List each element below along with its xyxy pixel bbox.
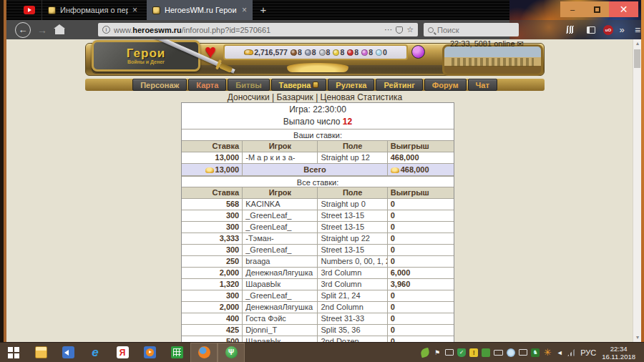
nav-item-ruletka[interactable]: Рулетка [328,79,374,91]
taskbar-app-explorer[interactable] [27,343,54,362]
bet-row: 13,000-М а р к и з а-Straight up 12468,0… [182,152,454,164]
page-actions-icon[interactable]: ⋯ [384,25,392,34]
pinned-tab-youtube[interactable] [17,4,42,16]
nav-item-bitvy[interactable]: Битвы [228,79,269,91]
nav-item-personazh[interactable]: Персонаж [132,79,187,91]
nav-item-chat[interactable]: Чат [468,79,497,91]
url-bar[interactable]: i www.heroeswm.ru/inforoul.php?id=257066… [98,23,418,36]
tray-display2-icon[interactable] [519,349,527,356]
bet-field: Straight up 0 [318,199,387,210]
close-button[interactable]: ✕ [609,1,638,17]
taskbar-app-wireless[interactable]: Ψ [218,343,245,362]
close-tab-icon[interactable]: × [242,5,247,15]
mana-orb-icon[interactable] [411,45,425,59]
taskbar-app-start[interactable] [0,343,27,362]
bet-player: ШаравЫк [243,336,318,343]
nav-item-forum[interactable]: Форум [424,79,467,91]
all-bets-table: Ставка Игрок Поле Выигрыш 568KACINKAStra… [182,187,454,342]
pocket-icon[interactable] [396,26,403,34]
col-player: Игрок [243,141,318,152]
overflow-button[interactable]: » [615,20,629,39]
taskbar-app-volume[interactable] [54,343,82,362]
bet-stake: 13,000 [182,152,243,164]
nav-item-karta[interactable]: Карта [188,79,226,91]
scrollbar[interactable]: ▴ ▾ [633,39,641,342]
home-button[interactable] [51,20,68,39]
heroeswm-favicon [152,6,160,14]
taskbar-app-player[interactable] [136,343,163,362]
resource-wood: 8 [291,48,302,57]
youtube-icon [24,6,35,14]
taskbar-app-yandex[interactable]: Я [109,343,136,362]
search-bar[interactable] [424,23,519,36]
bet-player: -М а р к и з а- [243,152,318,164]
explorer-icon [35,346,47,358]
tray-globe-icon[interactable] [507,348,515,357]
sulfur-icon [333,49,339,56]
menu-button[interactable]: ≡ [630,20,644,39]
scroll-down-icon[interactable]: ▾ [633,333,642,342]
sublink[interactable]: Базарчик [277,92,313,102]
tray-network-icon[interactable] [567,349,575,356]
bet-stake: 300 [182,222,243,233]
tray-volume-icon[interactable]: ◄ [555,348,564,357]
minimize-button[interactable]: – [560,1,585,17]
close-tab-icon[interactable]: × [132,5,137,15]
forward-button[interactable]: → [35,20,49,39]
new-tab-button[interactable]: + [256,3,270,17]
taskbar-app-ie[interactable]: e [82,343,109,362]
bet-field: 2nd Column [318,302,387,313]
ublock-button[interactable]: uO [600,20,616,39]
tray-battery-icon[interactable] [494,350,503,356]
tab-heroeswm-active[interactable]: HeroesWM.ru Герои войны и × [147,0,253,20]
tray-flag-icon[interactable]: ⚑ [433,348,441,357]
tray-shield-icon[interactable]: ✓ [457,348,466,357]
tray-leaf-icon[interactable] [420,347,431,358]
scrollbar-thumb[interactable] [634,49,640,68]
desktop-edge-left [0,0,6,342]
nav-item-reyting[interactable]: Рейтинг [376,79,422,91]
search-input[interactable] [437,26,509,34]
tray-alert-icon[interactable]: ! [469,348,478,357]
bet-stake: 425 [182,325,243,336]
resource-value: 8 [354,48,358,57]
heart-icon[interactable]: ♥ [205,41,216,63]
tray-appgreen-icon[interactable]: ♞ [531,348,540,357]
mail-icon[interactable]: ✉ [517,39,524,48]
firefox-icon [198,346,210,358]
resource-value: 8 [369,48,373,57]
site-logo[interactable]: Герои Войны и Денег [92,40,200,72]
nav-menu: ПерсонажКартаБитвыТавернаРулеткаРейтингФ… [85,79,545,91]
castle-picture[interactable] [442,44,543,76]
tray-cash-icon[interactable] [482,348,490,357]
language-indicator[interactable]: РУС [580,348,596,357]
player-icon [144,346,156,358]
back-button[interactable]: ← [14,20,32,39]
total-stake: 13,000 [182,164,243,176]
maximize-icon [594,6,600,13]
sublink[interactable]: Доносчики [228,92,270,102]
site-info-icon[interactable]: i [102,26,110,34]
bet-player: _GreenLeaf_ [243,290,318,302]
tab-character-info[interactable]: Информация о персонаже. × [42,0,143,20]
tray-date: 16.11.2018 [602,353,635,361]
nav-item-taverna[interactable]: Таверна [271,79,327,91]
tray-flower-icon[interactable]: ✳ [543,348,552,357]
clock[interactable]: 22:34 16.11.2018 [602,345,638,361]
resource-gems: 8 [347,48,358,57]
page-viewport: Герои Войны и Денег ♥ 2,716,5778888880 2… [6,39,633,342]
bookmark-star-icon[interactable]: ☆ [406,25,414,34]
taskbar-app-calc[interactable] [163,343,190,362]
sublink[interactable]: Ценовая Статистика [321,92,403,102]
sidebar-button[interactable] [583,20,599,39]
bet-stake: 250 [182,256,243,268]
home-icon [55,29,64,34]
tray-display-icon[interactable] [445,349,454,356]
nav-item-label: Чат [476,81,489,89]
col-win: Выигрыш [387,141,454,152]
bet-field: Street 13-15 [318,245,387,256]
library-button[interactable] [563,20,579,39]
taskbar-app-firefox[interactable] [190,343,218,362]
maximize-button[interactable] [585,1,609,17]
scroll-up-icon[interactable]: ▴ [633,39,642,48]
